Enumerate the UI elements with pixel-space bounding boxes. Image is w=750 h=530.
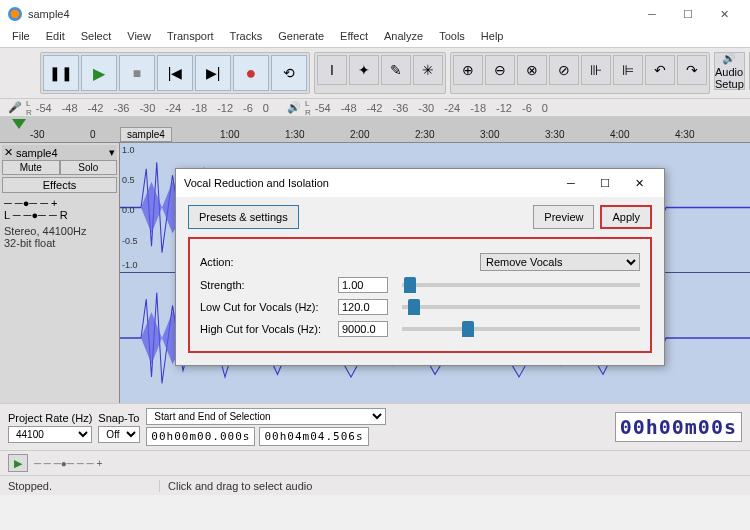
menu-select[interactable]: Select <box>73 28 120 47</box>
selection-mode-select[interactable]: Start and End of Selection <box>146 408 386 425</box>
strength-label: Strength: <box>200 279 330 291</box>
status-hint: Click and drag to select audio <box>160 480 320 492</box>
selection-end-input[interactable]: 00h04m04.506s <box>259 427 368 446</box>
playhead-marker-icon[interactable] <box>12 119 26 129</box>
snap-to-label: Snap-To <box>98 412 140 424</box>
multi-tool-icon[interactable]: ✳ <box>413 55 443 85</box>
status-state: Stopped. <box>0 480 160 492</box>
silence-icon[interactable]: ⊫ <box>613 55 643 85</box>
app-logo-icon <box>8 7 22 21</box>
gain-slider[interactable]: ─ ─●─ ─ + <box>4 197 115 209</box>
track-tab[interactable]: sample4 <box>120 127 172 142</box>
dialog-close-button[interactable]: ✕ <box>622 177 656 190</box>
selection-tool-icon[interactable]: I <box>317 55 347 85</box>
trim-icon[interactable]: ⊪ <box>581 55 611 85</box>
track-control-panel: ✕sample4▾ Mute Solo Effects ─ ─●─ ─ + L … <box>0 143 120 403</box>
project-rate-label: Project Rate (Hz) <box>8 412 92 424</box>
draw-tool-icon[interactable]: ✎ <box>381 55 411 85</box>
solo-button[interactable]: Solo <box>60 160 118 175</box>
fit-selection-icon[interactable]: ⊗ <box>517 55 547 85</box>
lowcut-label: Low Cut for Vocals (Hz): <box>200 301 330 313</box>
redo-icon[interactable]: ↷ <box>677 55 707 85</box>
stop-button[interactable]: ■ <box>119 55 155 91</box>
strength-slider[interactable] <box>402 283 640 287</box>
skip-start-button[interactable]: |◀ <box>157 55 193 91</box>
project-rate-select[interactable]: 44100 <box>8 426 92 443</box>
window-title: sample4 <box>28 8 634 20</box>
preview-button[interactable]: Preview <box>533 205 594 229</box>
dialog-title: Vocal Reduction and Isolation <box>184 177 554 189</box>
menu-view[interactable]: View <box>119 28 159 47</box>
loop-button[interactable]: ⟲ <box>271 55 307 91</box>
audio-position-display[interactable]: 00h00m00s <box>615 412 742 442</box>
menu-transport[interactable]: Transport <box>159 28 222 47</box>
dialog-minimize-button[interactable]: ─ <box>554 177 588 189</box>
fit-project-icon[interactable]: ⊘ <box>549 55 579 85</box>
menu-tools[interactable]: Tools <box>431 28 473 47</box>
minimize-button[interactable]: ─ <box>634 1 670 27</box>
snap-to-select[interactable]: Off <box>98 426 140 443</box>
zoom-in-icon[interactable]: ⊕ <box>453 55 483 85</box>
track-menu-icon[interactable]: ▾ <box>109 146 115 159</box>
lowcut-slider[interactable] <box>402 305 640 309</box>
envelope-tool-icon[interactable]: ✦ <box>349 55 379 85</box>
skip-end-button[interactable]: ▶| <box>195 55 231 91</box>
menu-generate[interactable]: Generate <box>270 28 332 47</box>
menu-edit[interactable]: Edit <box>38 28 73 47</box>
highcut-input[interactable] <box>338 321 388 337</box>
track-info: Stereo, 44100Hz32-bit float <box>2 223 117 251</box>
pause-button[interactable]: ❚❚ <box>43 55 79 91</box>
action-label: Action: <box>200 256 330 268</box>
undo-icon[interactable]: ↶ <box>645 55 675 85</box>
dialog-maximize-button[interactable]: ☐ <box>588 177 622 190</box>
mic-icon[interactable]: 🎤 <box>8 101 22 114</box>
audio-setup-button[interactable]: 🔊Audio Setup <box>714 52 745 90</box>
speaker-icon[interactable]: 🔊 <box>287 101 301 114</box>
menu-tracks[interactable]: Tracks <box>222 28 271 47</box>
effects-button[interactable]: Effects <box>2 177 117 193</box>
menu-effect[interactable]: Effect <box>332 28 376 47</box>
presets-settings-button[interactable]: Presets & settings <box>188 205 299 229</box>
maximize-button[interactable]: ☐ <box>670 1 706 27</box>
menu-file[interactable]: File <box>4 28 38 47</box>
timeline-ruler[interactable]: -30 0 30 1:00 1:30 2:00 2:30 3:00 3:30 4… <box>0 117 750 143</box>
play-meter[interactable]: -54-48-42-36-30-24-18-12-60 <box>315 102 548 114</box>
close-button[interactable]: ✕ <box>706 1 742 27</box>
lowcut-input[interactable] <box>338 299 388 315</box>
record-button[interactable]: ● <box>233 55 269 91</box>
vocal-reduction-dialog: Vocal Reduction and Isolation ─ ☐ ✕ Pres… <box>175 168 665 366</box>
highcut-label: High Cut for Vocals (Hz): <box>200 323 330 335</box>
zoom-out-icon[interactable]: ⊖ <box>485 55 515 85</box>
menu-analyze[interactable]: Analyze <box>376 28 431 47</box>
play-button[interactable]: ▶ <box>81 55 117 91</box>
selection-start-input[interactable]: 00h00m00.000s <box>146 427 255 446</box>
menu-help[interactable]: Help <box>473 28 512 47</box>
track-close-icon[interactable]: ✕ <box>4 146 13 159</box>
playback-speed-slider[interactable]: ─ ─ ─●─ ─ ─ + <box>34 458 102 469</box>
record-meter[interactable]: -54-48-42-36-30-24-18-12-60 <box>36 102 269 114</box>
highcut-slider[interactable] <box>402 327 640 331</box>
strength-input[interactable] <box>338 277 388 293</box>
apply-button[interactable]: Apply <box>600 205 652 229</box>
mute-button[interactable]: Mute <box>2 160 60 175</box>
transport-play-button[interactable]: ▶ <box>8 454 28 472</box>
action-select[interactable]: Remove Vocals <box>480 253 640 271</box>
track-name[interactable]: sample4 <box>16 147 58 159</box>
menubar: File Edit Select View Transport Tracks G… <box>0 28 750 48</box>
